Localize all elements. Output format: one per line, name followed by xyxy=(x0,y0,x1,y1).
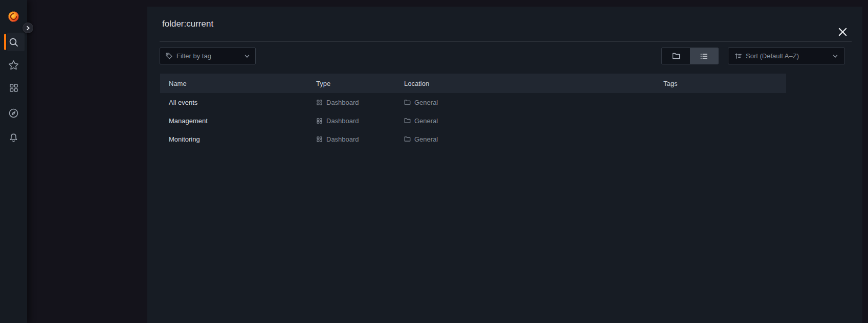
close-button[interactable] xyxy=(836,26,849,38)
filter-by-tag-label: Filter by tag xyxy=(176,52,211,60)
search-controls: Filter by tag xyxy=(160,48,852,64)
sidebar xyxy=(0,0,27,323)
row-name[interactable]: Monitoring xyxy=(169,135,316,143)
dashboard-type-icon xyxy=(316,99,323,106)
sidebar-item-explore[interactable] xyxy=(0,102,27,124)
sidebar-item-dashboards[interactable] xyxy=(0,77,27,99)
tag-icon xyxy=(165,52,173,60)
row-type: Dashboard xyxy=(316,99,404,106)
folder-icon xyxy=(404,99,411,105)
table-header-row: Name Type Location Tags xyxy=(160,74,786,93)
dashboard-type-icon xyxy=(316,136,323,143)
explore-compass-icon xyxy=(8,108,19,119)
folder-view-button[interactable] xyxy=(662,48,690,64)
row-location[interactable]: General xyxy=(404,99,663,106)
chevron-right-icon xyxy=(26,26,31,31)
column-header-location: Location xyxy=(404,80,663,87)
star-icon xyxy=(8,60,19,71)
row-location-label: General xyxy=(414,117,438,125)
search-icon xyxy=(8,37,19,48)
row-location[interactable]: General xyxy=(404,135,663,143)
search-overlay: Filter by tag xyxy=(147,7,862,323)
dashboards-grid-icon xyxy=(9,83,19,93)
row-location-label: General xyxy=(414,99,438,106)
row-name[interactable]: Management xyxy=(169,117,316,125)
row-location[interactable]: General xyxy=(404,117,663,125)
row-type-label: Dashboard xyxy=(326,117,359,125)
column-header-name: Name xyxy=(169,80,316,87)
sort-label: Sort (Default A–Z) xyxy=(746,52,799,60)
sort-select[interactable]: Sort (Default A–Z) xyxy=(728,48,845,64)
chevron-down-icon xyxy=(244,53,250,59)
sidebar-item-alerting[interactable] xyxy=(0,126,27,149)
list-view-icon xyxy=(700,52,708,60)
row-type: Dashboard xyxy=(316,117,404,125)
sidebar-expand-button[interactable] xyxy=(23,22,33,33)
folder-icon xyxy=(404,118,411,124)
chevron-down-icon xyxy=(832,53,838,59)
table-row[interactable]: Monitoring Dashboard General xyxy=(160,130,786,148)
filter-by-tag-select[interactable]: Filter by tag xyxy=(160,48,256,64)
list-view-button[interactable] xyxy=(690,48,718,64)
table-body: All events Dashboard General Management xyxy=(160,93,786,148)
folder-view-icon xyxy=(672,52,680,60)
folder-icon xyxy=(404,136,411,142)
sidebar-item-search[interactable] xyxy=(0,31,27,53)
row-type-label: Dashboard xyxy=(326,135,359,143)
column-header-type: Type xyxy=(316,80,404,87)
sidebar-item-starred[interactable] xyxy=(0,54,27,76)
row-type-label: Dashboard xyxy=(326,99,359,106)
row-location-label: General xyxy=(414,135,438,143)
row-type: Dashboard xyxy=(316,135,404,143)
close-icon xyxy=(838,27,848,37)
search-results-table: Name Type Location Tags All events Dashb… xyxy=(160,74,786,148)
search-bar xyxy=(160,7,852,42)
row-name[interactable]: All events xyxy=(169,99,316,106)
alerting-bell-icon xyxy=(8,132,19,143)
search-input[interactable] xyxy=(160,19,722,29)
grafana-logo-icon xyxy=(7,10,20,24)
grafana-logo[interactable] xyxy=(0,7,27,26)
table-row[interactable]: Management Dashboard General xyxy=(160,111,786,130)
sort-amount-icon xyxy=(735,52,742,60)
column-header-tags: Tags xyxy=(663,80,786,87)
view-mode-toggle xyxy=(661,48,719,64)
dashboard-type-icon xyxy=(316,118,323,124)
table-row[interactable]: All events Dashboard General xyxy=(160,93,786,111)
